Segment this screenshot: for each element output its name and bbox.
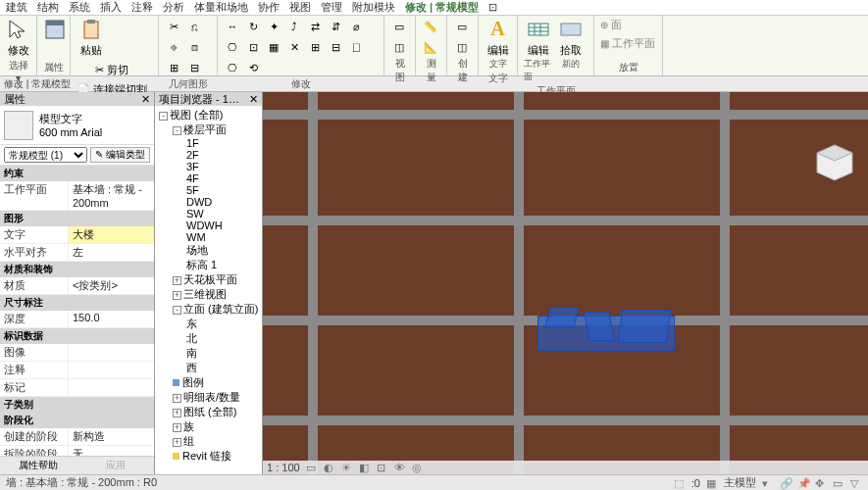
modify-tool-11[interactable]: ⊞	[306, 38, 324, 56]
tree-node[interactable]: +三维视图	[171, 287, 260, 302]
create-tool-0[interactable]: ▭	[453, 18, 471, 35]
select-icon[interactable]: ▭	[833, 477, 844, 489]
create-tool-1[interactable]: ◫	[453, 38, 471, 56]
type-selector-header[interactable]: 模型文字600 mm Arial	[0, 106, 154, 145]
prop-section[interactable]: 尺寸标注	[0, 295, 154, 311]
modify-button[interactable]: 修改	[6, 18, 30, 58]
modify-tool-14[interactable]: ⎔	[224, 59, 241, 76]
tree-plan-item[interactable]: WDWH	[184, 220, 260, 231]
status-sel-icon[interactable]: ⬚	[674, 477, 686, 489]
modify-tool-1[interactable]: ↻	[244, 18, 262, 35]
prop-section[interactable]: 约束	[0, 166, 154, 181]
tree-plan-item[interactable]: 场地	[184, 243, 260, 258]
tree-plan-item[interactable]: 4F	[184, 172, 260, 184]
detail-level-icon[interactable]: ▭	[306, 462, 318, 473]
geom-tool-4[interactable]: ⊞	[165, 59, 182, 76]
tree-plan-item[interactable]: WM	[184, 231, 260, 243]
prop-row[interactable]: 水平对齐左	[0, 244, 154, 262]
tree-node[interactable]: +天花板平面	[171, 272, 260, 287]
tree-node[interactable]: +明细表/数量	[171, 390, 260, 405]
highlight-icon[interactable]: ▽	[850, 477, 862, 489]
prop-row[interactable]: 拆除的阶段无	[0, 446, 154, 456]
tree-node[interactable]: +组	[171, 434, 260, 449]
geom-tool-0[interactable]: ✂	[165, 18, 182, 35]
tree-plan-item[interactable]: DWD	[184, 196, 260, 208]
geom-tool-3[interactable]: ⧈	[185, 38, 203, 56]
modify-tool-9[interactable]: ▦	[265, 38, 282, 56]
tree-child[interactable]: 东	[184, 317, 260, 331]
edit-type-button[interactable]: ✎ 编辑类型	[90, 147, 150, 163]
paste-button[interactable]: 粘贴	[77, 18, 106, 58]
close-icon[interactable]: ✕	[141, 93, 150, 106]
measure-tool-0[interactable]: 📏	[422, 18, 439, 35]
view-cube[interactable]	[813, 141, 856, 184]
link-icon[interactable]: 🔗	[780, 477, 791, 489]
sun-path-icon[interactable]: ☀	[341, 462, 353, 473]
viewport-3d[interactable]: 1 : 100 ▭ ◐ ☀ ◧ ⊡ 👁 ◎	[263, 92, 868, 474]
tree-plan-item[interactable]: 1F	[184, 137, 260, 149]
modify-tool-3[interactable]: ⤴	[285, 18, 303, 35]
selected-model-text[interactable]	[537, 308, 675, 355]
prop-value[interactable]	[69, 362, 154, 378]
prop-row[interactable]: 文字大楼	[0, 226, 154, 244]
tree-plan-item[interactable]: 3F	[184, 161, 260, 172]
apply-button[interactable]: 应用	[77, 457, 155, 474]
properties-help-button[interactable]: 属性帮助	[0, 457, 77, 474]
pick-new-button[interactable]: 拾取新的	[556, 18, 586, 71]
properties-grid[interactable]: 约束工作平面基本墙 : 常规 - 200mm图形文字大楼水平对齐左材质和装饰材质…	[0, 166, 154, 456]
prop-row[interactable]: 深度150.0	[0, 311, 154, 328]
status-model-icon[interactable]: ▦	[706, 477, 718, 489]
modify-tool-15[interactable]: ⟲	[244, 59, 262, 76]
modify-tool-4[interactable]: ⇄	[306, 18, 324, 35]
tree-plan-item[interactable]: 5F	[184, 184, 260, 196]
menu-system[interactable]: 系统	[69, 0, 90, 15]
reveal-icon[interactable]: ◎	[412, 462, 424, 473]
prop-row[interactable]: 标记	[0, 379, 154, 397]
prop-section[interactable]: 标识数据	[0, 328, 154, 344]
prop-row[interactable]: 工作平面基本墙 : 常规 - 200mm	[0, 181, 154, 211]
geom-tool-5[interactable]: ⊟	[185, 59, 203, 76]
menu-massing[interactable]: 体量和场地	[194, 0, 248, 15]
tree-child[interactable]: 西	[184, 361, 260, 375]
modify-tool-6[interactable]: ⌀	[347, 18, 365, 35]
menu-analyze[interactable]: 分析	[163, 0, 184, 15]
view-tool-0[interactable]: ▭	[390, 18, 408, 35]
pin-icon[interactable]: 📌	[797, 477, 809, 489]
prop-value[interactable]: 新构造	[69, 428, 154, 445]
prop-section[interactable]: 子类别	[0, 397, 154, 413]
tree-root[interactable]: -视图 (全部)	[157, 108, 260, 122]
menu-collab[interactable]: 协作	[258, 0, 280, 15]
browser-title-bar[interactable]: 项目浏览器 - 1号楼 定稿.00✕	[155, 92, 262, 106]
prop-value[interactable]	[69, 379, 154, 396]
drag-icon[interactable]: ✥	[815, 477, 827, 489]
filter-icon[interactable]: ▾	[762, 477, 774, 489]
geom-tool-2[interactable]: ⎆	[165, 38, 182, 56]
view-tool-1[interactable]: ◫	[390, 38, 408, 56]
shadows-icon[interactable]: ◧	[359, 462, 371, 473]
tree-node[interactable]: +图纸 (全部)	[171, 405, 260, 419]
tree-child[interactable]: 南	[184, 346, 260, 361]
tree-child[interactable]: 北	[184, 331, 260, 346]
menu-arch[interactable]: 建筑	[6, 0, 27, 15]
modify-tool-7[interactable]: ⎔	[224, 38, 241, 56]
crop-icon[interactable]: ⊡	[377, 462, 388, 473]
tree-node[interactable]: -立面 (建筑立面)	[171, 302, 260, 317]
menu-addins[interactable]: 附加模块	[352, 0, 395, 15]
prop-value[interactable]: <按类别>	[69, 277, 154, 294]
menu-insert[interactable]: 插入	[100, 0, 122, 15]
tree-floorplans[interactable]: -楼层平面	[171, 122, 260, 137]
edit-workplane-button[interactable]: 编辑工作平面	[524, 18, 553, 83]
visual-style-icon[interactable]: ◐	[324, 462, 335, 473]
cut-button[interactable]: ✂ 剪切	[77, 61, 147, 78]
project-tree[interactable]: -视图 (全部)-楼层平面1F2F3F4F5FDWDSWWDWHWM场地标高 1…	[155, 106, 262, 474]
prop-row[interactable]: 材质<按类别>	[0, 277, 154, 295]
prop-section[interactable]: 阶段化	[0, 413, 154, 428]
prop-section[interactable]: 材质和装饰	[0, 262, 154, 277]
tree-node[interactable]: 图例	[171, 375, 260, 390]
prop-value[interactable]: 无	[69, 446, 154, 456]
menu-annotate[interactable]: 注释	[131, 0, 153, 15]
view-scale[interactable]: 1 : 100	[267, 462, 300, 473]
modify-tool-5[interactable]: ⇵	[327, 18, 344, 35]
place-workplane-button[interactable]: ▦ 工作平面	[600, 36, 655, 51]
close-icon[interactable]: ✕	[249, 93, 258, 106]
